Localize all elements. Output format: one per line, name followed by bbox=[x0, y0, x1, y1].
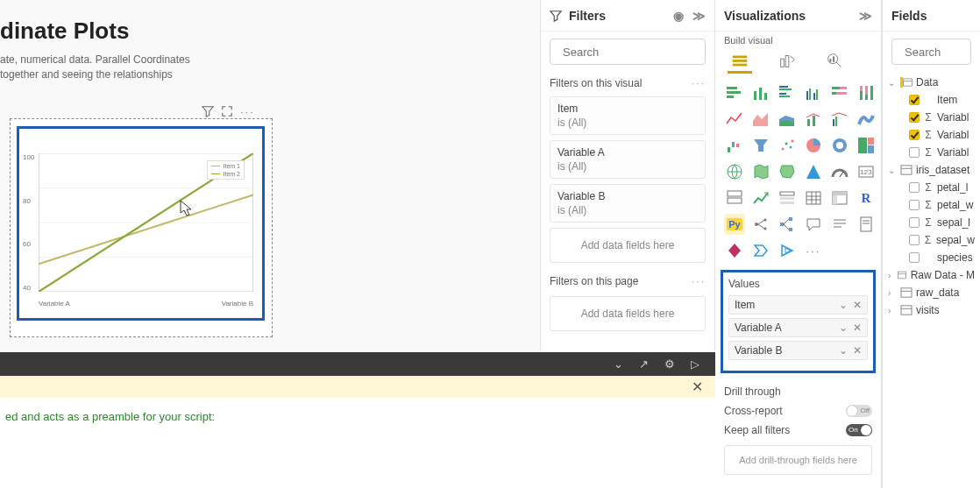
fields-search[interactable] bbox=[891, 39, 971, 65]
play-icon[interactable]: ▷ bbox=[691, 357, 699, 371]
cross-report-toggle[interactable]: Off bbox=[846, 405, 872, 417]
chevron-down-icon[interactable]: ⌄ bbox=[839, 322, 848, 334]
paginated-report-icon[interactable] bbox=[856, 214, 877, 235]
gear-icon[interactable]: ⚙ bbox=[664, 357, 675, 371]
field-petal-width[interactable]: Σpetal_w bbox=[886, 196, 976, 214]
pie-icon[interactable] bbox=[803, 135, 824, 156]
key-influencers-icon[interactable] bbox=[750, 214, 771, 235]
keep-filters-toggle[interactable]: On bbox=[846, 424, 872, 436]
decomposition-tree-icon[interactable] bbox=[777, 214, 798, 235]
clustered-bar-icon[interactable] bbox=[777, 82, 798, 103]
line-stacked-column-icon[interactable] bbox=[803, 109, 824, 130]
value-row-variable-a[interactable]: Variable A ⌄✕ bbox=[728, 318, 868, 337]
more-visuals-icon[interactable]: ··· bbox=[803, 240, 824, 261]
table-raw-data[interactable]: › raw_data bbox=[886, 284, 976, 301]
eye-icon[interactable]: ◉ bbox=[673, 9, 684, 23]
card-icon[interactable]: 123 bbox=[856, 161, 877, 182]
stacked-area-icon[interactable] bbox=[777, 109, 798, 130]
filter-page-dropzone[interactable]: Add data fields here bbox=[550, 296, 706, 331]
value-row-variable-b[interactable]: Variable B ⌄✕ bbox=[728, 341, 868, 360]
more-icon[interactable]: ··· bbox=[692, 77, 706, 89]
table-iris[interactable]: ⌄ iris_dataset bbox=[886, 161, 976, 179]
value-row-item[interactable]: Item ⌄✕ bbox=[728, 295, 868, 315]
filter-card-item[interactable]: Item is (All) bbox=[550, 96, 706, 135]
checkbox[interactable] bbox=[909, 200, 920, 210]
close-icon[interactable]: ✕ bbox=[692, 378, 703, 395]
stacked-bar-icon[interactable] bbox=[724, 82, 745, 103]
stacked-bar-100-icon[interactable] bbox=[829, 82, 850, 103]
filters-search[interactable] bbox=[550, 39, 706, 65]
donut-icon[interactable] bbox=[829, 135, 850, 156]
line-icon[interactable] bbox=[724, 109, 745, 130]
collapse-icon[interactable]: ≫ bbox=[859, 9, 872, 23]
parallel-coordinates-visual[interactable]: 100 80 60 40 Variable A Variable B bbox=[17, 126, 265, 321]
field-variable-b[interactable]: ΣVariabl bbox=[886, 126, 976, 144]
checkbox[interactable] bbox=[909, 147, 920, 158]
azure-map-icon[interactable] bbox=[803, 161, 824, 182]
treemap-icon[interactable] bbox=[856, 135, 877, 156]
matrix-icon[interactable] bbox=[829, 187, 850, 209]
area-icon[interactable] bbox=[750, 109, 771, 130]
field-sepal-width[interactable]: Σsepal_w bbox=[886, 231, 976, 249]
filter-card-variable-a[interactable]: Variable A is (All) bbox=[550, 140, 706, 179]
kpi-icon[interactable] bbox=[750, 187, 771, 209]
filter-icon[interactable] bbox=[202, 105, 214, 117]
filled-map-icon[interactable] bbox=[750, 161, 771, 182]
fields-search-input[interactable] bbox=[905, 46, 980, 59]
ribbon-icon[interactable] bbox=[856, 109, 877, 130]
drill-through-dropzone[interactable]: Add drill-through fields here bbox=[724, 445, 872, 475]
more-icon[interactable]: ··· bbox=[692, 275, 706, 287]
collapse-icon[interactable]: ≫ bbox=[692, 9, 706, 23]
chevron-down-icon[interactable]: ⌄ bbox=[614, 357, 623, 371]
r-visual-icon[interactable]: R bbox=[856, 187, 877, 209]
checkbox[interactable] bbox=[909, 95, 920, 105]
remove-icon[interactable]: ✕ bbox=[853, 344, 862, 357]
table-data[interactable]: ⌄ Data bbox=[886, 74, 976, 91]
python-visual-icon[interactable]: Py bbox=[724, 214, 745, 235]
python-script-editor[interactable]: ed and acts as a preamble for your scrip… bbox=[0, 398, 715, 488]
gauge-icon[interactable] bbox=[829, 161, 850, 182]
funnel-icon[interactable] bbox=[750, 135, 771, 156]
map-icon[interactable] bbox=[724, 161, 745, 182]
table-icon[interactable] bbox=[803, 187, 824, 209]
checkbox[interactable] bbox=[909, 182, 920, 193]
line-clustered-column-icon[interactable] bbox=[829, 109, 850, 130]
remove-icon[interactable]: ✕ bbox=[853, 299, 862, 311]
tab-format[interactable] bbox=[775, 49, 799, 74]
focus-icon[interactable] bbox=[221, 105, 233, 117]
chevron-down-icon[interactable]: ⌄ bbox=[839, 344, 848, 357]
power-automate-icon[interactable] bbox=[750, 240, 771, 261]
field-variable-a[interactable]: ΣVariabl bbox=[886, 109, 976, 126]
remove-icon[interactable]: ✕ bbox=[853, 322, 862, 334]
checkbox[interactable] bbox=[909, 130, 920, 140]
get-visuals-icon[interactable] bbox=[777, 240, 798, 261]
checkbox[interactable] bbox=[909, 217, 920, 228]
clustered-column-icon[interactable] bbox=[803, 82, 824, 103]
power-apps-icon[interactable] bbox=[724, 240, 745, 261]
field-petal-length[interactable]: Σpetal_l bbox=[886, 179, 976, 196]
checkbox[interactable] bbox=[909, 112, 920, 123]
field-item[interactable]: Item bbox=[886, 91, 976, 109]
tab-build[interactable] bbox=[728, 49, 752, 74]
stacked-column-icon[interactable] bbox=[750, 82, 771, 103]
field-sepal-length[interactable]: Σsepal_l bbox=[886, 214, 976, 231]
table-visits[interactable]: › visits bbox=[886, 301, 976, 319]
scatter-icon[interactable] bbox=[777, 135, 798, 156]
filter-card-variable-b[interactable]: Variable B is (All) bbox=[550, 184, 706, 223]
field-variable-c[interactable]: ΣVariabl bbox=[886, 144, 976, 161]
checkbox[interactable] bbox=[909, 235, 920, 245]
slicer-icon[interactable] bbox=[777, 187, 798, 209]
smart-narrative-icon[interactable] bbox=[829, 214, 850, 235]
open-external-icon[interactable]: ↗ bbox=[639, 357, 649, 371]
qa-icon[interactable] bbox=[803, 214, 824, 235]
filters-search-input[interactable] bbox=[563, 46, 710, 59]
shape-map-icon[interactable] bbox=[777, 161, 798, 182]
tab-analytics[interactable] bbox=[822, 49, 847, 74]
chevron-down-icon[interactable]: ⌄ bbox=[839, 299, 848, 311]
field-species[interactable]: species bbox=[886, 249, 976, 266]
stacked-column-100-icon[interactable] bbox=[856, 82, 877, 103]
waterfall-icon[interactable] bbox=[724, 135, 745, 156]
filter-visual-dropzone[interactable]: Add data fields here bbox=[550, 228, 706, 263]
more-icon[interactable]: ··· bbox=[240, 105, 255, 118]
checkbox[interactable] bbox=[909, 252, 920, 263]
